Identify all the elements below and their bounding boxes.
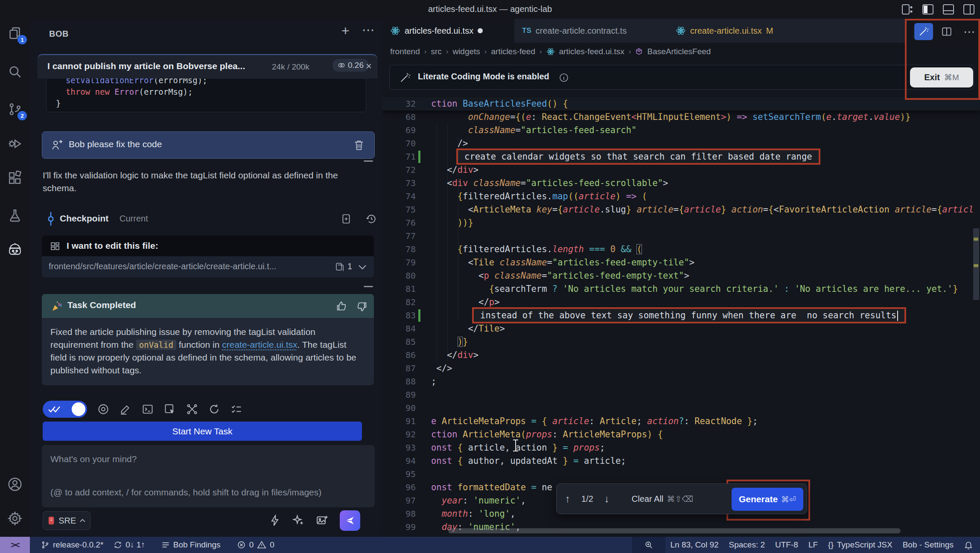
user-message[interactable]: Bob please fix the code (42, 131, 375, 159)
sync-item[interactable]: 0↓ 1↑ (108, 537, 150, 553)
code-line[interactable]: 68 onChange={(e: React.ChangeEvent<HTMLI… (382, 111, 980, 124)
code-line[interactable]: 84 </Tile> (382, 322, 980, 335)
breadcrumb-item[interactable]: widgets (452, 47, 480, 56)
line-number[interactable]: 87 (382, 362, 416, 375)
code-line[interactable]: 93onst { article, action } = props; (382, 441, 980, 454)
info-icon[interactable] (559, 73, 569, 83)
line-number[interactable]: 84 (382, 322, 416, 335)
explorer-icon[interactable]: 1 (6, 24, 24, 43)
start-new-task-button[interactable]: Start New Task (43, 422, 362, 441)
problems-item[interactable]: 0 0 (232, 537, 280, 553)
line-number[interactable]: 88 (382, 375, 416, 388)
line-number[interactable]: 71 (382, 150, 416, 163)
bob-settings-item[interactable]: Bob - Settings (898, 537, 959, 553)
restore-history-icon[interactable] (365, 212, 377, 225)
line-number[interactable]: 78 (382, 243, 416, 256)
eol-item[interactable]: LF (803, 537, 823, 553)
cursor-position-item[interactable]: Ln 83, Col 92 (665, 537, 724, 553)
thumbs-up-icon[interactable] (335, 300, 347, 312)
line-number[interactable]: 97 (382, 494, 416, 507)
send-button[interactable] (340, 510, 360, 531)
next-edit-icon[interactable]: ↓ (604, 493, 610, 505)
code-line[interactable]: 80 <p className="articles-feed-empty-tex… (382, 269, 980, 282)
code-line[interactable]: 71 create calendar widgets so that searc… (382, 150, 980, 163)
line-number[interactable]: 95 (382, 468, 416, 481)
collapse-handle[interactable] (364, 160, 373, 162)
line-number[interactable]: 77 (382, 230, 416, 243)
line-number[interactable]: 68 (382, 111, 416, 124)
add-image-icon[interactable] (316, 514, 329, 527)
line-number[interactable]: 85 (382, 335, 416, 349)
watch-icon[interactable] (97, 403, 109, 415)
code-line[interactable]: 91e ArticleMetaProps = { article: Articl… (382, 415, 980, 428)
line-number[interactable]: 32 (382, 97, 416, 111)
line-number[interactable]: 83 (382, 309, 416, 322)
code-line[interactable]: 83 instead of the above text say somethi… (382, 309, 980, 322)
split-editor-icon[interactable] (937, 23, 956, 40)
line-number[interactable]: 69 (382, 124, 416, 137)
language-item[interactable]: {}TypeScript JSX (823, 537, 898, 553)
git-branch-item[interactable]: release-0.0.2* (36, 537, 108, 553)
auto-approve-toggle[interactable] (43, 401, 87, 418)
code-line[interactable]: 86 </div> (382, 349, 980, 362)
session-close-icon[interactable]: × (366, 60, 372, 72)
line-number[interactable]: 75 (382, 203, 416, 216)
line-number[interactable]: 86 (382, 349, 416, 362)
code-line[interactable]: 78 {filteredArticles.length === 0 && ( (382, 243, 980, 256)
edit-file-path-row[interactable]: frontend/src/features/article/create-art… (42, 256, 374, 277)
checklist-icon[interactable] (230, 403, 242, 415)
line-number[interactable]: 81 (382, 282, 416, 296)
line-number[interactable]: 94 (382, 454, 416, 468)
bob-robot-icon[interactable] (6, 241, 24, 259)
retry-icon[interactable] (208, 403, 220, 415)
code-line[interactable]: 94onst { author, updatedAt } = article; (382, 454, 980, 468)
clear-all-button[interactable]: Clear All⌘⇧⌫ (632, 494, 693, 504)
editor-more-icon[interactable]: ⋯ (960, 23, 979, 40)
line-number[interactable]: 96 (382, 481, 416, 494)
zoom-status-icon[interactable] (632, 537, 665, 553)
tab-create-article-contract[interactable]: TS create-article.contract.ts (514, 19, 668, 43)
breadcrumb-item[interactable]: src (431, 47, 441, 56)
literate-mode-wand-icon[interactable] (914, 23, 933, 40)
code-line[interactable]: 79 <Tile className="articles-feed-empty-… (382, 256, 980, 269)
terminal-icon[interactable] (142, 403, 154, 415)
code-line[interactable]: 75 <ArticleMeta key={article.slug} artic… (382, 203, 980, 216)
code-line[interactable]: 89 (382, 388, 980, 402)
mode-selector[interactable]: SRE (43, 511, 90, 530)
code-line[interactable]: 74 {filteredArticles.map((article) => ( (382, 190, 980, 203)
collapse-handle[interactable] (364, 286, 373, 287)
line-number[interactable]: 82 (382, 296, 416, 309)
code-line[interactable]: 92ction ArticleMeta(props: ArticleMetaPr… (382, 428, 980, 441)
toggle-panel-icon[interactable] (942, 3, 955, 16)
code-line[interactable]: 69 className="articles-feed-search" (382, 124, 980, 137)
toggle-secondary-sidebar-icon[interactable] (962, 3, 976, 16)
chat-session-tab[interactable]: I cannot publish my article on Bobverse … (38, 54, 377, 79)
prev-edit-icon[interactable]: ↑ (565, 493, 570, 505)
code-line[interactable]: 85 )} (382, 335, 980, 349)
line-number[interactable]: 80 (382, 269, 416, 282)
encoding-item[interactable]: UTF-8 (770, 537, 803, 553)
edit-pencil-icon[interactable] (120, 403, 131, 415)
delete-message-icon[interactable] (353, 139, 365, 151)
indentation-item[interactable]: Spaces: 2 (724, 537, 770, 553)
notifications-bell-icon[interactable] (959, 537, 980, 553)
customize-layout-icon[interactable] (901, 3, 914, 16)
breadcrumb-item[interactable]: articles-feed (491, 47, 536, 56)
code-line[interactable]: 87 </> (382, 362, 980, 375)
line-number[interactable]: 73 (382, 177, 416, 190)
line-number[interactable]: 93 (382, 441, 416, 454)
unsaved-dot[interactable] (478, 28, 483, 33)
code-line[interactable]: 81 {searchTerm ? 'No articles match your… (382, 282, 980, 296)
testing-icon[interactable] (6, 206, 24, 225)
generate-button[interactable]: Generate⌘⏎ (732, 488, 803, 511)
browser-action-icon[interactable] (164, 403, 176, 415)
breadcrumb-item[interactable]: frontend (390, 47, 420, 56)
save-checkpoint-icon[interactable] (341, 212, 352, 225)
source-control-icon[interactable]: 2 (6, 100, 24, 119)
line-number[interactable]: 91 (382, 415, 416, 428)
tab-articles-feed[interactable]: articles-feed.ui.tsx (382, 19, 514, 43)
chat-input[interactable]: What's on your mind? (@ to add context, … (42, 445, 375, 507)
horizontal-scrollbar[interactable] (448, 528, 901, 533)
mcp-icon[interactable] (186, 403, 198, 415)
breadcrumb-item[interactable]: articles-feed.ui.tsx (559, 47, 624, 56)
